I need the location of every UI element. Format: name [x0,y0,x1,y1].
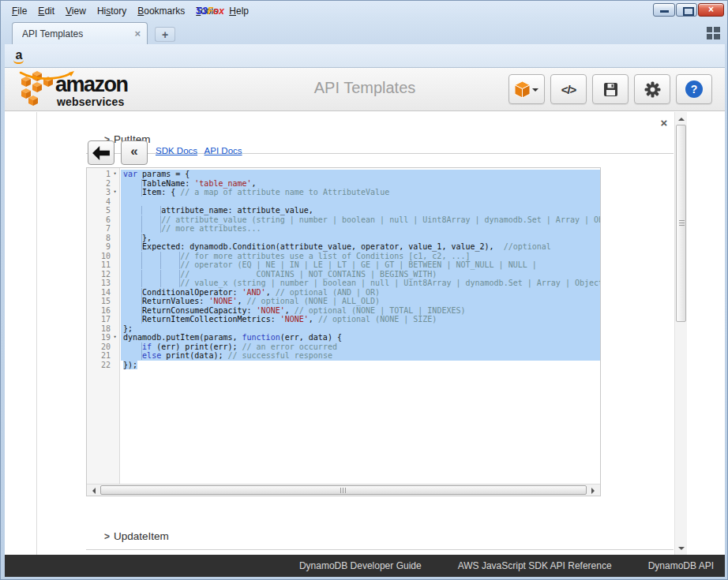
panel-close-icon[interactable]: × [657,117,671,131]
code-line[interactable]: }, [121,234,600,243]
tab-close-icon[interactable]: × [134,29,141,39]
sdk-docs-link[interactable]: SDK Docs [156,146,197,155]
settings-button[interactable] [634,74,670,104]
gutter-line-number: 2 [87,179,119,189]
gutter-line-number: 16 [87,306,119,316]
s3fox-logo[interactable]: S3Fox [196,6,224,17]
code-line[interactable]: // more attributes... [121,224,600,234]
navigation-toolbar: a [5,44,725,68]
code-line[interactable]: }); [121,361,600,370]
code-line[interactable]: // CONTAINS | NOT_CONTAINS | BEGINS_WITH… [121,270,600,279]
editor-code[interactable]: var params = { TableName: 'table_name', … [121,168,600,484]
footer-link-dynamodb-developer-guide[interactable]: DynamoDB Developer Guide [299,560,422,571]
code-line[interactable]: TableName: 'table_name', [121,179,600,189]
scroll-up-arrow[interactable] [675,113,688,124]
s3fox-ox: ox [213,6,224,17]
gutter-line-number: 1▾ [87,170,119,179]
code-view-button[interactable]: </> [550,74,587,104]
collapse-button[interactable]: « [121,140,148,165]
scroll-left-arrow[interactable] [88,485,99,496]
fold-toggle-icon[interactable]: ▾ [111,188,119,197]
code-line[interactable]: var params = { [121,170,600,179]
menu-view[interactable]: View [60,4,92,18]
panel-divider [36,112,37,555]
help-button[interactable]: ? [676,74,712,104]
aws-page-header: amazon webservices API Templates </> [5,68,725,111]
fold-spacer [111,270,119,279]
gutter-line-number: 10 [87,252,119,261]
code-line[interactable]: Expected: dynamodb.Condition(attribute_v… [121,242,600,252]
vertical-scroll-thumb[interactable] [676,125,686,322]
menu-file[interactable]: File [6,4,32,18]
code-line[interactable]: // operator (EQ | NE | IN | LE | LT | GE… [121,260,600,270]
s3fox-f: F [208,6,213,17]
gutter-line-number: 17 [87,315,119,324]
code-line[interactable]: if (err) print(err); // an error occurre… [121,342,600,352]
code-line[interactable]: ReturnItemCollectionMetrics: 'NONE', // … [121,315,600,324]
menu-bookmarks[interactable]: Bookmarks [132,4,190,18]
menu-bar: FileEditViewHistoryBookmarksToolsHelp S3… [1,1,727,21]
code-line[interactable]: // for more attributes use a list of Con… [121,252,600,261]
code-line[interactable]: Item: { // a map of attribute name to At… [121,188,600,197]
section-title: UpdateItem [114,530,169,542]
tab-api-templates[interactable]: API Templates × [12,22,148,44]
panel-vertical-scrollbar[interactable] [674,112,687,555]
save-icon [603,82,618,97]
maximize-button[interactable] [676,3,697,17]
fold-spacer [111,306,119,316]
menu-help[interactable]: Help [223,4,254,18]
close-window-button[interactable]: × [698,3,724,17]
code-line[interactable]: }; [121,324,600,334]
fold-spacer [111,351,119,361]
tab-groups-icon[interactable] [707,27,720,39]
fold-spacer [111,206,119,215]
gutter-line-number: 5 [87,206,119,215]
gutter-line-number: 21 [87,351,119,361]
fold-spacer [111,242,119,252]
scroll-down-arrow[interactable] [675,543,688,554]
aws-resources-button[interactable] [508,74,545,104]
fold-toggle-icon[interactable]: ▾ [111,170,119,179]
footer-link-aws-javascript-sdk-api-reference[interactable]: AWS JavaScript SDK API Reference [458,560,612,571]
code-line[interactable]: // attribute_value (string | number | bo… [121,215,600,225]
code-line[interactable]: // value_x (string | number | boolean | … [121,279,600,288]
fold-spacer [111,252,119,261]
code-line[interactable] [121,197,600,207]
minimize-button[interactable] [653,3,675,17]
doc-links: SDK Docs API Docs [156,146,247,155]
menu-history[interactable]: History [92,4,132,18]
fold-spacer [111,342,119,352]
gutter-line-number: 7 [87,224,119,234]
code-line[interactable]: dynamodb.putItem(params, function(err, d… [121,333,600,342]
tab-title: API Templates [22,28,134,39]
editor-horizontal-scrollbar[interactable] [87,484,600,496]
save-button[interactable] [592,74,629,104]
gutter-line-number: 11 [87,260,119,270]
fold-spacer [111,288,119,297]
fold-spacer [111,179,119,189]
new-tab-button[interactable]: + [155,27,175,42]
gutter-line-number: 3▾ [87,188,119,197]
scroll-right-arrow[interactable] [587,485,599,496]
fold-spacer [111,197,119,207]
code-editor[interactable]: 1▾23▾45678910111213141516171819▾202122 v… [86,167,601,496]
fold-spacer [111,324,119,334]
fold-spacer [111,215,119,225]
code-icon: </> [561,83,576,96]
back-template-button[interactable] [88,140,114,165]
fold-spacer [111,234,119,243]
horizontal-scroll-thumb[interactable] [100,485,587,495]
code-line[interactable]: ReturnConsumedCapacity: 'NONE', // optio… [121,306,600,316]
code-line[interactable]: attribute_name: attribute_value, [121,206,600,215]
code-line[interactable]: ConditionalOperator: 'AND', // optional … [121,288,600,297]
menu-edit[interactable]: Edit [32,4,60,18]
footer-link-dynamodb-api[interactable]: DynamoDB API [648,560,714,571]
api-docs-link[interactable]: API Docs [205,146,242,155]
gutter-line-number: 8 [87,234,119,243]
cube-icon [515,81,530,98]
fold-toggle-icon[interactable]: ▾ [111,333,119,342]
gutter-line-number: 9 [87,242,119,252]
section-header-updateitem[interactable]: >UpdateItem [104,530,169,542]
code-line[interactable]: else print(data); // successful response [121,351,600,361]
code-line[interactable]: ReturnValues: 'NONE', // optional (NONE … [121,297,600,306]
